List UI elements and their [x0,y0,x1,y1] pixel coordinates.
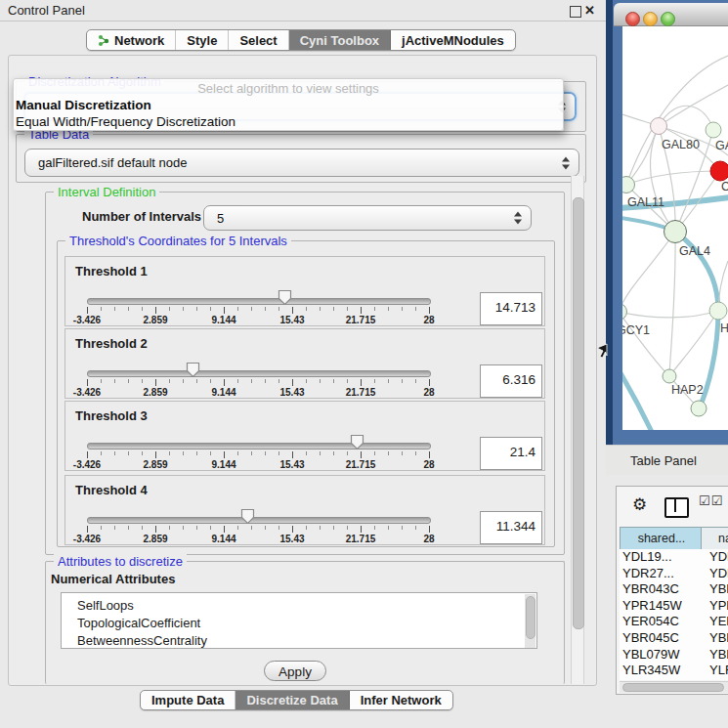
list-item[interactable]: SelfLoops [62,597,536,615]
menu-item-equal-width-frequency[interactable]: Equal Width/Frequency Discretization [14,113,563,130]
tab-impute-data[interactable]: Impute Data [141,691,236,709]
threshold-2-panel: Threshold 2 -3.426 2.859 9.144 15.43 21.… [64,328,545,399]
tick-label: -3.426 [73,534,101,544]
close-icon[interactable]: ✕ [584,3,595,19]
tick-label: 21.715 [346,387,376,398]
tick-label: 28 [423,534,434,544]
table-data-combobox[interactable]: galFiltered.sif default node [24,149,579,177]
table-panel-title: Table Panel [630,446,697,476]
table-row[interactable]: YPR145WYPR1 [620,598,728,615]
number-of-intervals-combobox[interactable]: 5 [203,205,532,231]
tick-label: 9.144 [211,315,236,325]
threshold-1-slider-thumb[interactable] [278,289,292,306]
tab-network-label: Network [114,33,164,48]
table-row[interactable]: YDR27...YDR2 [620,566,728,582]
float-window-icon[interactable] [570,6,581,18]
gear-icon[interactable]: ⚙ [632,494,647,515]
slider-ticks [87,307,430,314]
tab-select[interactable]: Select [229,30,288,50]
network-window-titlebar[interactable] [614,3,728,26]
tick-label: 9.144 [211,387,236,398]
table-row[interactable]: YDL19...YDL1 [620,549,728,566]
table-data-group: Table Data galFiltered.sif default node [16,134,586,183]
table-row[interactable]: YBL079WYBL0 [620,647,728,664]
threshold-3-panel: Threshold 3 -3.426 2.859 9.144 15.43 21.… [64,401,545,471]
network-icon [98,34,109,47]
node-gal4[interactable] [664,221,687,243]
column-header-name[interactable]: na [701,527,728,550]
node-selected-red[interactable] [710,161,728,181]
tab-discretize-data[interactable]: Discretize Data [236,691,349,709]
tick-label: 15.43 [279,459,304,470]
select-columns-icon[interactable]: ☑☑ [699,493,723,508]
network-graph: GAL80 GA C GAL11 GAL4 GCY1 H HAP2 [622,26,728,430]
node-label-clipped: C [721,180,728,193]
node[interactable] [709,302,727,320]
close-traffic-light[interactable] [625,12,640,26]
zoom-traffic-light[interactable] [661,12,675,26]
table-row[interactable]: YER054CYER0 [620,614,728,630]
network-window-edge [606,0,613,445]
tab-jactivemnodules[interactable]: jActiveMNodules [391,30,515,50]
list-item[interactable]: BetweennessCentrality [62,632,536,649]
tab-cyni-toolbox[interactable]: Cyni Toolbox [289,30,391,50]
threshold-1-value-field[interactable]: 14.713 [480,292,542,325]
node-hap2[interactable] [663,369,676,383]
tab-network[interactable]: Network [87,30,176,50]
menu-item-manual-discretization[interactable]: Manual Discretization [14,97,563,113]
tick-label: -3.426 [73,387,101,398]
tick-label: -3.426 [73,459,101,470]
node-gal80[interactable] [651,118,667,135]
bottom-tab-bar: Impute Data Discretize Data Infer Networ… [140,690,453,710]
threshold-3-value-field[interactable]: 21.4 [480,437,542,470]
combo-arrows-icon [562,156,570,169]
panel-title: Control Panel [8,0,85,21]
tick-label: 21.715 [346,534,376,544]
threshold-1-panel: Threshold 1 -3.426 2.859 9.144 15.43 21.… [64,256,545,326]
tick-label: 15.43 [279,387,304,398]
control-panel-titlebar: Control Panel ✕ [0,0,606,21]
split-table-icon[interactable] [664,497,689,518]
table-row[interactable]: YBR045CYBR0 [620,630,728,647]
attributes-listbox: SelfLoops TopologicalCoefficient Between… [61,592,537,649]
threshold-4-value-field[interactable]: 11.344 [480,511,542,544]
tick-label: 28 [423,315,434,325]
threshold-3-slider-track[interactable] [87,443,431,450]
threshold-2-slider-track[interactable] [87,370,431,377]
tick-label: 21.715 [346,459,376,470]
node-label: GAL4 [679,244,710,258]
table-horizontal-scrollbar[interactable] [620,681,728,693]
apply-button[interactable]: Apply [264,661,326,681]
threshold-2-value-field[interactable]: 6.316 [480,364,542,398]
list-scrollbar[interactable] [525,594,535,649]
threshold-3-slider-thumb[interactable] [350,434,364,450]
list-item[interactable]: TopologicalCoefficient [62,615,536,632]
number-of-intervals-value: 5 [217,206,224,230]
panel-scrollbar[interactable] [571,176,584,684]
node-gal11[interactable] [622,177,635,193]
threshold-1-label: Threshold 1 [75,264,148,278]
algorithm-dropdown-popup: Select algorithm to view settings Manual… [13,78,564,131]
threshold-2-slider-thumb[interactable] [186,362,200,378]
threshold-4-slider-track[interactable] [87,517,431,524]
node[interactable] [706,122,721,138]
tick-label: 15.43 [279,534,304,544]
node-label: GAL11 [627,195,664,209]
minimize-traffic-light[interactable] [643,12,658,26]
network-canvas[interactable]: GAL80 GA C GAL11 GAL4 GCY1 H HAP2 [622,26,728,430]
table-panel: ⚙ ☑☑ shared... na YDL19...YDL1 YDR27...Y… [616,486,728,695]
table-row[interactable]: YBR043CYBR0 [620,581,728,598]
tick-label: 28 [423,459,434,470]
table-row[interactable]: YLR345WYLR3 [620,663,728,679]
node[interactable] [691,401,707,416]
table-data-value: galFiltered.sif default node [38,150,187,176]
threshold-1-slider-track[interactable] [87,298,431,305]
threshold-4-slider-thumb[interactable] [240,508,255,525]
column-header-shared-name[interactable]: shared... [620,527,704,550]
edge-teal [622,366,652,430]
table-row[interactable]: YIL052CYIL0 [620,679,728,680]
tab-infer-network[interactable]: Infer Network [350,691,452,709]
node-gcy1[interactable] [622,304,627,321]
tab-style[interactable]: Style [176,30,229,50]
tick-label: 9.144 [211,534,236,544]
